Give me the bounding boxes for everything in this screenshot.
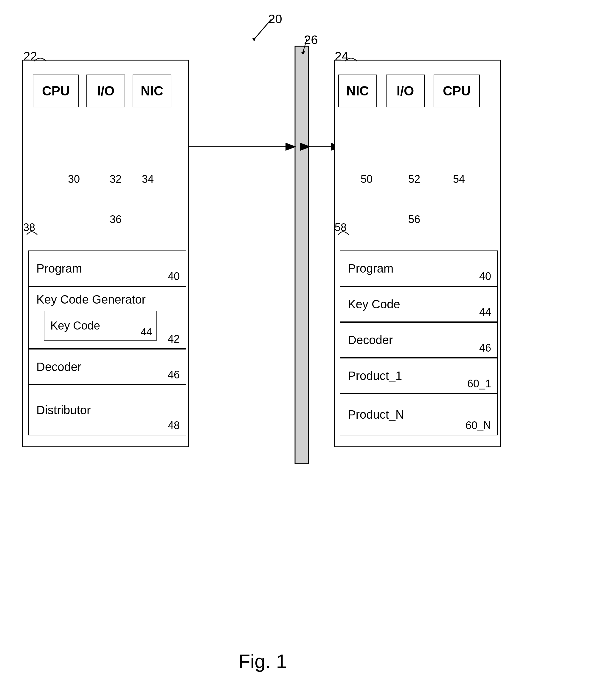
right-keycode-label: Key Code — [348, 298, 400, 311]
right-product1-number: 60_1 — [467, 378, 491, 390]
right-program-box: Program 40 — [340, 250, 498, 286]
figure-label: Fig. 1 — [238, 650, 287, 672]
left-program-number: 40 — [168, 270, 180, 283]
left-arrow-30: 30 — [68, 173, 80, 185]
svg-rect-6 — [295, 46, 308, 464]
label-20-arrow — [244, 16, 280, 46]
right-io-box: I/O — [386, 75, 425, 107]
left-decoder-number: 46 — [168, 369, 180, 381]
right-arrow-50: 50 — [361, 173, 373, 185]
left-kcg-number: 42 — [168, 333, 180, 345]
left-keycode-inner-box: Key Code 44 — [44, 311, 157, 341]
left-decoder-label: Decoder — [36, 360, 81, 374]
left-keycode-inner-label: Key Code — [50, 319, 100, 332]
right-productn-label: Product_N — [348, 408, 404, 421]
right-arrow-56: 56 — [408, 213, 420, 226]
right-product1-box: Product_1 60_1 — [340, 358, 498, 394]
svg-line-37 — [253, 19, 271, 40]
right-nic-box: NIC — [338, 75, 377, 107]
left-kcg-box: Key Code Generator 42 Key Code 44 — [28, 286, 186, 349]
left-arrow-34: 34 — [142, 173, 154, 185]
right-keycode-box: Key Code 44 — [340, 286, 498, 322]
left-arrow-36: 36 — [110, 213, 122, 226]
right-product1-label: Product_1 — [348, 369, 402, 383]
right-cpu-box: CPU — [433, 75, 480, 107]
left-distributor-label: Distributor — [36, 404, 91, 417]
left-program-label: Program — [36, 262, 82, 275]
right-decoder-box: Decoder 46 — [340, 322, 498, 358]
left-cpu-box: CPU — [33, 75, 79, 107]
label-58-curve — [337, 224, 352, 239]
label-22-curve — [31, 52, 49, 70]
right-keycode-number: 44 — [479, 306, 491, 318]
right-productn-box: Product_N 60_N — [340, 394, 498, 435]
right-program-label: Program — [348, 262, 393, 275]
left-program-box: Program 40 — [28, 250, 186, 286]
left-io-box: I/O — [86, 75, 125, 107]
left-distributor-number: 48 — [168, 419, 180, 432]
right-arrow-54: 54 — [453, 173, 465, 185]
right-decoder-number: 46 — [479, 342, 491, 354]
left-kcg-label: Key Code Generator — [36, 293, 146, 306]
left-decoder-box: Decoder 46 — [28, 349, 186, 385]
right-decoder-label: Decoder — [348, 333, 393, 347]
label-38-curve — [25, 224, 40, 239]
right-productn-number: 60_N — [466, 419, 491, 432]
left-arrow-32: 32 — [110, 173, 122, 185]
left-keycode-inner-number: 44 — [140, 326, 152, 338]
network-label-arrow — [298, 37, 316, 58]
label-24-curve — [342, 52, 360, 70]
right-program-number: 40 — [479, 270, 491, 283]
right-arrow-52: 52 — [408, 173, 420, 185]
left-distributor-box: Distributor 48 — [28, 385, 186, 435]
diagram: 20 22 CPU I/O NIC 30 32 34 36 38 Program… — [0, 0, 616, 699]
left-nic-box: NIC — [133, 75, 171, 107]
